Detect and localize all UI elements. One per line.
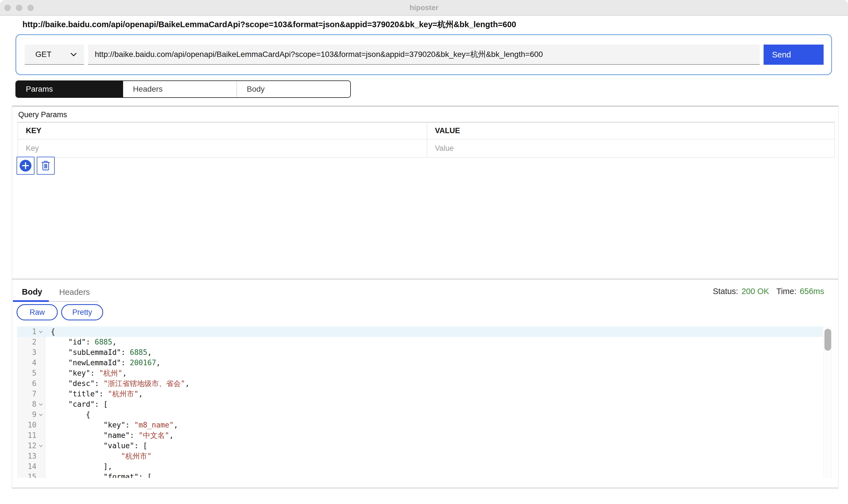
status-value: 200 OK xyxy=(741,287,769,296)
response-tab-body[interactable]: Body xyxy=(13,283,49,302)
query-params-table: KEY VALUE xyxy=(18,122,835,158)
line-number-gutter: 14 xyxy=(17,462,45,472)
line-number-gutter: 2 xyxy=(17,337,45,347)
code-line: 5 "key": "杭州", xyxy=(17,368,823,378)
param-value-cell xyxy=(427,139,834,157)
scrollbar-thumb[interactable] xyxy=(825,329,831,351)
code-line: 2 "id": 6885, xyxy=(17,337,823,347)
code-line-text: { xyxy=(45,410,90,420)
url-input[interactable] xyxy=(88,44,760,65)
code-line: 12 "value": [ xyxy=(17,440,823,451)
tab-headers[interactable]: Headers xyxy=(123,81,236,97)
column-header-key: KEY xyxy=(18,123,427,139)
code-line-text: "format": [ xyxy=(45,472,152,478)
query-params-actions xyxy=(17,157,55,175)
send-button[interactable]: Send xyxy=(764,44,824,65)
code-line-text: "card": [ xyxy=(45,399,108,410)
window-titlebar: hiposter xyxy=(0,0,848,16)
code-line-text: "key": "m8_name", xyxy=(45,420,178,430)
code-line-text: "title": "杭州市", xyxy=(45,389,143,399)
param-value-input[interactable] xyxy=(427,139,834,157)
code-line-text: "key": "杭州", xyxy=(45,368,127,378)
code-line: 14 ], xyxy=(17,462,823,472)
time-value: 656ms xyxy=(800,287,824,296)
line-number-gutter: 1 xyxy=(17,327,45,337)
query-params-row xyxy=(18,139,834,157)
request-bar: GET Send xyxy=(15,34,832,75)
code-line: 1{ xyxy=(17,327,823,337)
delete-param-button[interactable] xyxy=(37,157,55,175)
response-meta: Status: 200 OK Time: 656ms xyxy=(713,287,824,296)
response-view-toggle: Raw Pretty xyxy=(17,304,103,320)
tab-params[interactable]: Params xyxy=(16,81,123,97)
raw-view-button[interactable]: Raw xyxy=(17,304,58,320)
method-select[interactable]: GET xyxy=(25,44,84,65)
line-number-gutter: 13 xyxy=(17,451,45,462)
chevron-down-icon xyxy=(71,50,76,56)
param-key-input[interactable] xyxy=(18,139,427,157)
query-params-panel: Query Params KEY VALUE xyxy=(12,106,838,278)
pretty-view-button[interactable]: Pretty xyxy=(61,304,103,320)
time-label: Time: xyxy=(777,287,796,296)
code-line: 4 "newLemmaId": 200167, xyxy=(17,358,823,368)
response-tabs: Body Headers xyxy=(13,283,98,302)
query-params-header-row: KEY VALUE xyxy=(18,123,834,139)
code-line-text: "subLemmaId": 6885, xyxy=(45,347,152,358)
response-code[interactable]: 1{2 "id": 6885,3 "subLemmaId": 6885,4 "n… xyxy=(17,327,823,478)
column-header-value: VALUE xyxy=(427,123,834,139)
response-scrollbar[interactable] xyxy=(823,327,832,478)
status-label: Status: xyxy=(713,287,738,296)
param-key-cell xyxy=(18,139,427,157)
code-line: 9 { xyxy=(17,410,823,420)
code-line-text: "value": [ xyxy=(45,440,147,451)
code-line-text: "desc": "浙江省辖地级市、省会", xyxy=(45,378,190,389)
line-number-gutter: 12 xyxy=(17,440,45,451)
request-url-heading: http://baike.baidu.com/api/openapi/Baike… xyxy=(22,19,516,30)
code-line: 8 "card": [ xyxy=(17,399,823,410)
code-line-text: ], xyxy=(45,462,112,472)
add-param-button[interactable] xyxy=(17,157,35,175)
line-number-gutter: 9 xyxy=(17,410,45,420)
trash-icon xyxy=(40,160,51,172)
response-tab-headers[interactable]: Headers xyxy=(49,283,98,302)
fold-chevron-icon[interactable] xyxy=(39,402,42,406)
method-select-value: GET xyxy=(35,50,52,59)
code-line: 3 "subLemmaId": 6885, xyxy=(17,347,823,358)
fold-chevron-icon[interactable] xyxy=(39,412,42,416)
code-line: 11 "name": "中文名", xyxy=(17,430,823,440)
code-line-text: "杭州市" xyxy=(45,451,152,462)
code-line: 13 "杭州市" xyxy=(17,451,823,462)
line-number-gutter: 10 xyxy=(17,420,45,430)
line-number-gutter: 15 xyxy=(17,472,45,478)
code-line-text: "name": "中文名", xyxy=(45,430,174,440)
code-line-text: "newLemmaId": 200167, xyxy=(45,358,160,368)
line-number-gutter: 8 xyxy=(17,399,45,410)
fold-chevron-icon[interactable] xyxy=(39,444,42,447)
query-params-title: Query Params xyxy=(18,110,67,119)
code-line: 10 "key": "m8_name", xyxy=(17,420,823,430)
add-icon xyxy=(20,160,31,172)
code-line-text: { xyxy=(45,327,55,337)
request-tabs: Params Headers Body xyxy=(15,80,351,98)
line-number-gutter: 3 xyxy=(17,347,45,358)
fold-chevron-icon[interactable] xyxy=(39,329,42,333)
line-number-gutter: 4 xyxy=(17,358,45,368)
code-line: 15 "format": [ xyxy=(17,472,823,478)
line-number-gutter: 11 xyxy=(17,430,45,440)
line-number-gutter: 6 xyxy=(17,378,45,389)
window-title: hiposter xyxy=(0,0,848,16)
response-panel: Body Headers Status: 200 OK Time: 656ms … xyxy=(12,279,838,488)
code-line: 6 "desc": "浙江省辖地级市、省会", xyxy=(17,378,823,389)
app-window: hiposter http://baike.baidu.com/api/open… xyxy=(0,0,848,504)
line-number-gutter: 5 xyxy=(17,368,45,378)
code-line-text: "id": 6885, xyxy=(45,337,117,347)
code-line: 7 "title": "杭州市", xyxy=(17,389,823,399)
line-number-gutter: 7 xyxy=(17,389,45,399)
tab-body[interactable]: Body xyxy=(236,81,350,97)
